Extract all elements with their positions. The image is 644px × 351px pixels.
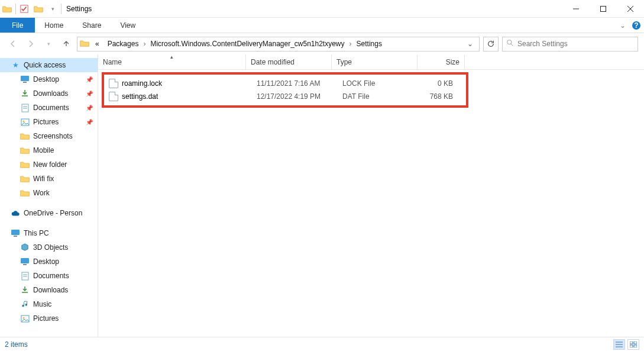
search-icon: [506, 39, 514, 49]
ribbon-expand-icon[interactable]: ⌄: [617, 18, 629, 33]
highlight-box: roaming.lock 11/11/2021 7:16 AM LOCK Fil…: [102, 72, 468, 108]
view-details-button[interactable]: [613, 339, 625, 350]
sidebar-item-this-pc[interactable]: This PC: [0, 226, 98, 240]
svg-rect-16: [11, 230, 20, 235]
sidebar-item-label: Work: [33, 189, 50, 197]
pin-icon: 📌: [86, 91, 93, 97]
pin-icon: 📌: [86, 105, 93, 111]
pc-icon: [11, 228, 20, 238]
up-button[interactable]: [59, 37, 73, 51]
title-separator: [61, 4, 62, 14]
file-row[interactable]: roaming.lock 11/11/2021 7:16 AM LOCK Fil…: [104, 77, 466, 90]
sidebar-item-quick-access[interactable]: ★ Quick access: [0, 58, 98, 72]
svg-rect-17: [14, 236, 17, 237]
search-box[interactable]: [502, 37, 638, 51]
sidebar-item-downloads[interactable]: Downloads 📌: [0, 86, 98, 101]
sidebar-item-3d-objects[interactable]: 3D Objects: [0, 240, 98, 255]
breadcrumb-prefix[interactable]: «: [92, 39, 103, 49]
ribbon-tab-file[interactable]: File: [0, 18, 35, 33]
back-button[interactable]: [6, 37, 20, 51]
sidebar-item-pictures[interactable]: Pictures 📌: [0, 115, 98, 129]
breadcrumb[interactable]: Packages: [104, 39, 143, 49]
file-size: 768 KB: [423, 92, 458, 101]
folder-icon: [20, 131, 30, 141]
column-type[interactable]: Type: [332, 54, 418, 69]
address-dropdown-icon[interactable]: ⌄: [464, 40, 477, 48]
file-icon: [109, 79, 118, 88]
pictures-icon: [20, 117, 30, 127]
view-large-icons-button[interactable]: [627, 339, 639, 350]
forward-button[interactable]: [24, 37, 38, 51]
sidebar-item-folder[interactable]: New folder: [0, 157, 98, 172]
column-label: Type: [336, 58, 352, 66]
desktop-icon: [20, 257, 30, 266]
folder-icon: [80, 39, 89, 49]
minimize-button[interactable]: [562, 0, 590, 18]
sidebar-item-label: Documents: [33, 272, 69, 280]
close-button[interactable]: [617, 0, 644, 18]
documents-icon: [20, 271, 30, 281]
sidebar-item-folder[interactable]: Wifi fix: [0, 172, 98, 186]
music-icon: [20, 300, 30, 309]
sidebar-item-documents[interactable]: Documents: [0, 269, 98, 283]
window-title: Settings: [66, 5, 92, 13]
svg-rect-31: [634, 345, 637, 347]
sidebar-item-label: Documents: [33, 104, 69, 112]
column-label: Date modified: [251, 58, 295, 66]
file-type: LOCK File: [338, 79, 423, 88]
maximize-button[interactable]: [590, 0, 617, 18]
qa-dropdown-icon[interactable]: ▾: [47, 4, 58, 14]
sidebar-item-desktop[interactable]: Desktop: [0, 255, 98, 269]
sidebar-item-documents[interactable]: Documents 📌: [0, 101, 98, 115]
file-date: 12/17/2022 4:19 PM: [252, 92, 338, 101]
chevron-right-icon[interactable]: ›: [143, 40, 145, 48]
sidebar-item-onedrive[interactable]: OneDrive - Person: [0, 206, 98, 220]
breadcrumb[interactable]: Settings: [353, 39, 386, 49]
sidebar-item-label: Downloads: [33, 286, 68, 294]
ribbon: File Home Share View ⌄ ?: [0, 18, 644, 33]
sidebar-item-label: This PC: [24, 229, 49, 237]
sidebar-item-desktop[interactable]: Desktop 📌: [0, 72, 98, 86]
qa-check-icon[interactable]: [19, 4, 30, 14]
sidebar-item-label: Pictures: [33, 314, 59, 323]
svg-point-15: [22, 120, 24, 122]
sidebar-item-folder[interactable]: Screenshots: [0, 129, 98, 143]
ribbon-tab-home[interactable]: Home: [35, 18, 73, 33]
svg-rect-29: [634, 342, 637, 344]
svg-rect-10: [23, 82, 27, 83]
sidebar-item-label: 3D Objects: [33, 243, 68, 252]
help-icon[interactable]: ?: [629, 18, 644, 33]
breadcrumb[interactable]: Microsoft.Windows.ContentDeliveryManager…: [147, 39, 348, 49]
status-bar: 2 items: [0, 337, 644, 351]
sidebar-item-label: New folder: [33, 160, 67, 169]
search-input[interactable]: [517, 40, 634, 48]
recent-dropdown-icon[interactable]: ▾: [41, 37, 56, 51]
folder-icon: [20, 174, 30, 183]
folder-icon: [20, 188, 30, 198]
svg-rect-19: [23, 264, 27, 265]
column-date[interactable]: Date modified: [246, 54, 332, 69]
nav-tree: ★ Quick access Desktop 📌 Downloads 📌 Doc…: [0, 54, 98, 337]
ribbon-tab-view[interactable]: View: [111, 18, 145, 33]
sidebar-item-folder[interactable]: Mobile: [0, 143, 98, 157]
column-name[interactable]: Name▴: [98, 54, 246, 69]
svg-point-7: [507, 40, 512, 44]
chevron-right-icon[interactable]: ›: [349, 40, 352, 48]
svg-rect-18: [21, 258, 29, 263]
sidebar-item-music[interactable]: Music: [0, 297, 98, 311]
sidebar-item-pictures[interactable]: Pictures: [0, 311, 98, 326]
refresh-button[interactable]: [483, 37, 499, 51]
star-icon: ★: [11, 60, 20, 70]
pin-icon: 📌: [86, 119, 93, 125]
svg-rect-30: [630, 345, 633, 347]
svg-rect-2: [601, 6, 606, 11]
sidebar-item-downloads[interactable]: Downloads: [0, 283, 98, 297]
file-icon: [109, 92, 118, 101]
ribbon-tab-share[interactable]: Share: [73, 18, 111, 33]
sidebar-item-folder[interactable]: Work: [0, 186, 98, 200]
folder-icon: [20, 146, 30, 155]
file-row[interactable]: settings.dat 12/17/2022 4:19 PM DAT File…: [104, 90, 466, 103]
address-bar[interactable]: « Packages › Microsoft.Windows.ContentDe…: [77, 37, 480, 51]
column-size[interactable]: Size: [418, 54, 465, 69]
cube-icon: [20, 243, 30, 252]
